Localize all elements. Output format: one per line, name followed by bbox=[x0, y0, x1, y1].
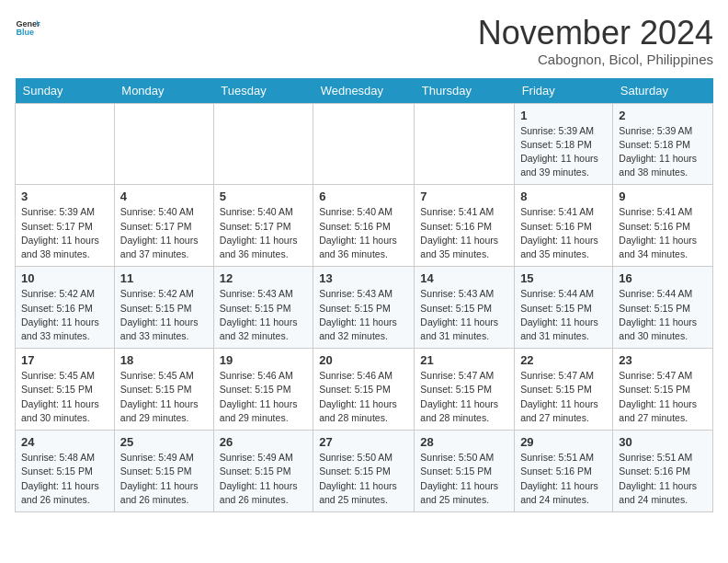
day-number: 21 bbox=[420, 353, 508, 367]
calendar-cell: 3Sunrise: 5:39 AMSunset: 5:17 PMDaylight… bbox=[16, 185, 115, 267]
svg-text:Blue: Blue bbox=[16, 28, 34, 37]
day-of-week-header: Thursday bbox=[415, 78, 515, 104]
calendar-cell: 7Sunrise: 5:41 AMSunset: 5:16 PMDaylight… bbox=[415, 185, 515, 267]
calendar-cell: 22Sunrise: 5:47 AMSunset: 5:15 PMDayligh… bbox=[515, 349, 613, 431]
calendar-cell bbox=[16, 103, 115, 185]
day-info: Sunrise: 5:42 AMSunset: 5:15 PMDaylight:… bbox=[120, 287, 208, 343]
calendar-cell: 17Sunrise: 5:45 AMSunset: 5:15 PMDayligh… bbox=[16, 349, 115, 431]
calendar-cell bbox=[114, 103, 213, 185]
day-of-week-header: Sunday bbox=[16, 78, 115, 104]
day-number: 28 bbox=[420, 435, 508, 449]
day-number: 4 bbox=[120, 190, 208, 203]
day-info: Sunrise: 5:46 AMSunset: 5:15 PMDaylight:… bbox=[220, 369, 307, 425]
calendar-cell: 16Sunrise: 5:44 AMSunset: 5:15 PMDayligh… bbox=[613, 267, 713, 349]
day-number: 26 bbox=[220, 435, 307, 449]
calendar-cell: 18Sunrise: 5:45 AMSunset: 5:15 PMDayligh… bbox=[114, 349, 213, 431]
day-number: 15 bbox=[520, 271, 607, 285]
day-info: Sunrise: 5:41 AMSunset: 5:16 PMDaylight:… bbox=[420, 205, 508, 261]
day-info: Sunrise: 5:51 AMSunset: 5:16 PMDaylight:… bbox=[619, 451, 707, 507]
calendar-cell: 8Sunrise: 5:41 AMSunset: 5:16 PMDaylight… bbox=[515, 185, 613, 267]
day-info: Sunrise: 5:41 AMSunset: 5:16 PMDaylight:… bbox=[619, 205, 707, 261]
day-info: Sunrise: 5:47 AMSunset: 5:15 PMDaylight:… bbox=[619, 369, 707, 425]
calendar-week-row: 3Sunrise: 5:39 AMSunset: 5:17 PMDaylight… bbox=[16, 185, 713, 267]
calendar-body: 1Sunrise: 5:39 AMSunset: 5:18 PMDaylight… bbox=[16, 103, 713, 511]
calendar-week-row: 24Sunrise: 5:48 AMSunset: 5:15 PMDayligh… bbox=[16, 431, 713, 512]
calendar-cell: 27Sunrise: 5:50 AMSunset: 5:15 PMDayligh… bbox=[313, 431, 415, 512]
day-number: 9 bbox=[619, 190, 707, 203]
day-info: Sunrise: 5:50 AMSunset: 5:15 PMDaylight:… bbox=[319, 451, 408, 507]
calendar-cell: 23Sunrise: 5:47 AMSunset: 5:15 PMDayligh… bbox=[613, 349, 713, 431]
day-number: 19 bbox=[220, 353, 307, 367]
day-info: Sunrise: 5:47 AMSunset: 5:15 PMDaylight:… bbox=[520, 369, 607, 425]
day-info: Sunrise: 5:49 AMSunset: 5:15 PMDaylight:… bbox=[120, 451, 208, 507]
calendar-cell: 20Sunrise: 5:46 AMSunset: 5:15 PMDayligh… bbox=[313, 349, 415, 431]
logo: General Blue bbox=[15, 15, 40, 40]
calendar-cell: 28Sunrise: 5:50 AMSunset: 5:15 PMDayligh… bbox=[415, 431, 515, 512]
day-number: 8 bbox=[520, 190, 607, 203]
day-number: 18 bbox=[120, 353, 208, 367]
calendar-week-row: 10Sunrise: 5:42 AMSunset: 5:16 PMDayligh… bbox=[16, 267, 713, 349]
day-info: Sunrise: 5:40 AMSunset: 5:16 PMDaylight:… bbox=[319, 205, 408, 261]
day-number: 10 bbox=[21, 271, 108, 285]
day-number: 14 bbox=[420, 271, 508, 285]
day-info: Sunrise: 5:45 AMSunset: 5:15 PMDaylight:… bbox=[21, 369, 108, 425]
day-info: Sunrise: 5:43 AMSunset: 5:15 PMDaylight:… bbox=[420, 287, 508, 343]
calendar-cell: 5Sunrise: 5:40 AMSunset: 5:17 PMDaylight… bbox=[213, 185, 313, 267]
day-number: 25 bbox=[120, 435, 208, 449]
day-info: Sunrise: 5:40 AMSunset: 5:17 PMDaylight:… bbox=[220, 205, 307, 261]
month-title: November 2024 bbox=[478, 15, 713, 52]
day-info: Sunrise: 5:45 AMSunset: 5:15 PMDaylight:… bbox=[120, 369, 208, 425]
day-info: Sunrise: 5:44 AMSunset: 5:15 PMDaylight:… bbox=[619, 287, 707, 343]
day-info: Sunrise: 5:39 AMSunset: 5:17 PMDaylight:… bbox=[21, 205, 108, 261]
calendar-cell: 24Sunrise: 5:48 AMSunset: 5:15 PMDayligh… bbox=[16, 431, 115, 512]
day-number: 23 bbox=[619, 353, 707, 367]
day-info: Sunrise: 5:49 AMSunset: 5:15 PMDaylight:… bbox=[220, 451, 307, 507]
day-of-week-header: Friday bbox=[515, 78, 613, 104]
day-number: 17 bbox=[21, 353, 108, 367]
day-number: 24 bbox=[21, 435, 108, 449]
day-number: 22 bbox=[520, 353, 607, 367]
day-of-week-header: Tuesday bbox=[213, 78, 313, 104]
calendar-cell: 15Sunrise: 5:44 AMSunset: 5:15 PMDayligh… bbox=[515, 267, 613, 349]
calendar-cell: 14Sunrise: 5:43 AMSunset: 5:15 PMDayligh… bbox=[415, 267, 515, 349]
calendar-cell: 1Sunrise: 5:39 AMSunset: 5:18 PMDaylight… bbox=[515, 103, 613, 185]
day-number: 2 bbox=[619, 109, 707, 122]
calendar-cell: 26Sunrise: 5:49 AMSunset: 5:15 PMDayligh… bbox=[213, 431, 313, 512]
calendar-cell: 10Sunrise: 5:42 AMSunset: 5:16 PMDayligh… bbox=[16, 267, 115, 349]
day-number: 29 bbox=[520, 435, 607, 449]
page-header: General Blue November 2024 Cabognon, Bic… bbox=[15, 15, 713, 67]
day-info: Sunrise: 5:51 AMSunset: 5:16 PMDaylight:… bbox=[520, 451, 607, 507]
day-info: Sunrise: 5:47 AMSunset: 5:15 PMDaylight:… bbox=[420, 369, 508, 425]
day-number: 12 bbox=[220, 271, 307, 285]
day-number: 1 bbox=[520, 109, 607, 122]
calendar-cell bbox=[213, 103, 313, 185]
day-info: Sunrise: 5:50 AMSunset: 5:15 PMDaylight:… bbox=[420, 451, 508, 507]
calendar-cell: 6Sunrise: 5:40 AMSunset: 5:16 PMDaylight… bbox=[313, 185, 415, 267]
day-number: 6 bbox=[319, 190, 408, 203]
day-number: 5 bbox=[220, 190, 307, 203]
day-number: 16 bbox=[619, 271, 707, 285]
calendar-cell bbox=[415, 103, 515, 185]
day-info: Sunrise: 5:46 AMSunset: 5:15 PMDaylight:… bbox=[319, 369, 408, 425]
calendar-week-row: 17Sunrise: 5:45 AMSunset: 5:15 PMDayligh… bbox=[16, 349, 713, 431]
day-info: Sunrise: 5:40 AMSunset: 5:17 PMDaylight:… bbox=[120, 205, 208, 261]
calendar-cell: 19Sunrise: 5:46 AMSunset: 5:15 PMDayligh… bbox=[213, 349, 313, 431]
calendar-cell: 11Sunrise: 5:42 AMSunset: 5:15 PMDayligh… bbox=[114, 267, 213, 349]
day-info: Sunrise: 5:39 AMSunset: 5:18 PMDaylight:… bbox=[520, 124, 607, 180]
day-info: Sunrise: 5:43 AMSunset: 5:15 PMDaylight:… bbox=[319, 287, 408, 343]
calendar-cell: 13Sunrise: 5:43 AMSunset: 5:15 PMDayligh… bbox=[313, 267, 415, 349]
day-number: 3 bbox=[21, 190, 108, 203]
day-info: Sunrise: 5:41 AMSunset: 5:16 PMDaylight:… bbox=[520, 205, 607, 261]
day-info: Sunrise: 5:48 AMSunset: 5:15 PMDaylight:… bbox=[21, 451, 108, 507]
day-of-week-header: Monday bbox=[114, 78, 213, 104]
day-info: Sunrise: 5:44 AMSunset: 5:15 PMDaylight:… bbox=[520, 287, 607, 343]
calendar-week-row: 1Sunrise: 5:39 AMSunset: 5:18 PMDaylight… bbox=[16, 103, 713, 185]
calendar-cell: 30Sunrise: 5:51 AMSunset: 5:16 PMDayligh… bbox=[613, 431, 713, 512]
day-number: 13 bbox=[319, 271, 408, 285]
calendar-cell: 12Sunrise: 5:43 AMSunset: 5:15 PMDayligh… bbox=[213, 267, 313, 349]
day-info: Sunrise: 5:42 AMSunset: 5:16 PMDaylight:… bbox=[21, 287, 108, 343]
calendar-cell: 2Sunrise: 5:39 AMSunset: 5:18 PMDaylight… bbox=[613, 103, 713, 185]
calendar-cell: 21Sunrise: 5:47 AMSunset: 5:15 PMDayligh… bbox=[415, 349, 515, 431]
day-number: 20 bbox=[319, 353, 408, 367]
day-info: Sunrise: 5:39 AMSunset: 5:18 PMDaylight:… bbox=[619, 124, 707, 180]
